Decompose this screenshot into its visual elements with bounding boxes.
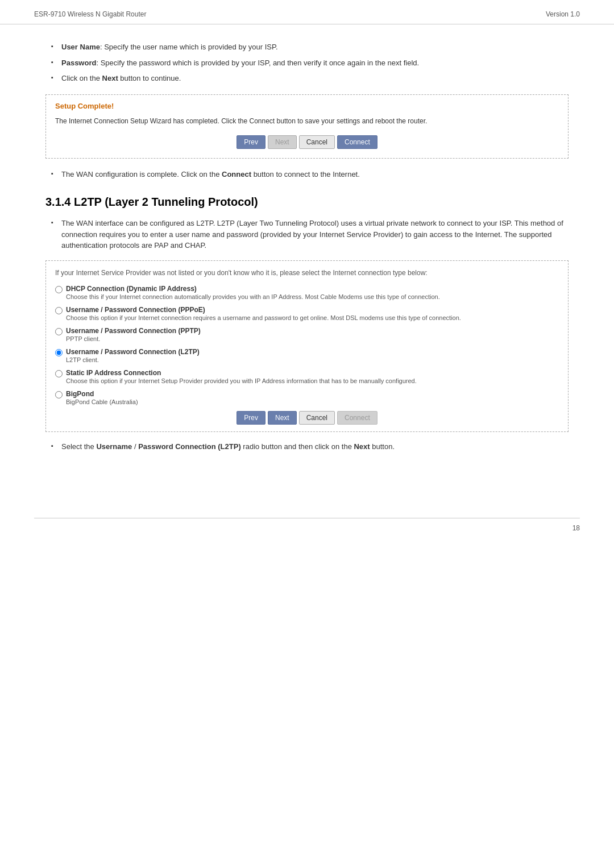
radio-static-label[interactable]: Static IP Address Connection Choose this… — [66, 369, 417, 384]
radio-l2tp-sub: L2TP client. — [66, 356, 200, 363]
bullet-username-bold2: Username — [96, 442, 132, 451]
radio-dhcp-label-bold: DHCP Connection (Dynamic IP Address) — [66, 285, 197, 293]
bullet-username-bold: User Name — [61, 43, 100, 51]
radio-dhcp-label[interactable]: DHCP Connection (Dynamic IP Address) Cho… — [66, 285, 440, 300]
radio-pppoe-label[interactable]: Username / Password Connection (PPPoE) C… — [66, 306, 461, 321]
bullet-username: User Name: Specify the user name which i… — [51, 41, 569, 53]
radio-option-pptp: Username / Password Connection (PPTP) PP… — [55, 327, 559, 342]
setup-complete-desc: The Internet Connection Setup Wizard has… — [55, 116, 559, 126]
bullet-password: Password: Specify the password which is … — [51, 57, 569, 69]
setup-connect-button[interactable]: Connect — [337, 135, 377, 149]
bullet-click-next-text: Click on the Next button to continue. — [61, 74, 181, 82]
radio-pptp[interactable] — [55, 328, 63, 335]
radio-option-dhcp: DHCP Connection (Dynamic IP Address) Cho… — [55, 285, 559, 300]
radio-l2tp-label-bold: Username / Password Connection (L2TP) — [66, 348, 200, 356]
top-bullet-list: User Name: Specify the user name which i… — [45, 41, 569, 84]
setup-next-button[interactable]: Next — [268, 135, 297, 149]
bullet-wan-text: The WAN configuration is complete. Click… — [61, 170, 360, 178]
connection-next-button[interactable]: Next — [268, 411, 297, 425]
connection-box-header: If your Internet Service Provider was no… — [55, 268, 559, 278]
bullet-password-conn-bold: Password Connection (L2TP) — [138, 442, 241, 451]
radio-pppoe-label-bold: Username / Password Connection (PPPoE) — [66, 306, 205, 314]
setup-complete-buttons: Prev Next Cancel Connect — [55, 135, 559, 149]
bottom-bullet-list: Select the Username / Password Connectio… — [45, 441, 569, 452]
footer-page-number: 18 — [0, 524, 614, 532]
radio-pptp-label[interactable]: Username / Password Connection (PPTP) PP… — [66, 327, 201, 342]
radio-pptp-sub: PPTP client. — [66, 335, 201, 342]
setup-cancel-button[interactable]: Cancel — [299, 135, 335, 149]
connection-prev-button[interactable]: Prev — [237, 411, 265, 425]
radio-option-l2tp: Username / Password Connection (L2TP) L2… — [55, 348, 559, 363]
radio-dhcp[interactable] — [55, 286, 63, 293]
radio-l2tp-label[interactable]: Username / Password Connection (L2TP) L2… — [66, 348, 200, 363]
bullet-password-text: : Specify the password which is provided… — [96, 59, 419, 67]
bullet-wan-config: The WAN configuration is complete. Click… — [51, 169, 569, 180]
radio-option-bigpond: BigPond BigPond Cable (Australia) — [55, 390, 559, 405]
bullet-click-next: Click on the Next button to continue. — [51, 73, 569, 84]
header-left: ESR-9710 Wireless N Gigabit Router — [34, 10, 146, 18]
header-right: Version 1.0 — [546, 10, 580, 18]
section-heading: 3.1.4 L2TP (Layer 2 Tunneling Protocol) — [45, 196, 569, 209]
bullet-next-bold2: Next — [354, 442, 370, 451]
radio-static[interactable] — [55, 370, 63, 377]
radio-bigpond-label-bold: BigPond — [66, 390, 94, 398]
setup-complete-box: Setup Complete! The Internet Connection … — [45, 94, 569, 159]
page-wrapper: ESR-9710 Wireless N Gigabit Router Versi… — [0, 0, 614, 868]
bullet-username-text: : Specify the user name which is provide… — [100, 43, 278, 51]
connection-cancel-button[interactable]: Cancel — [299, 411, 335, 425]
radio-l2tp[interactable] — [55, 349, 63, 356]
post-setup-bullet-list: The WAN configuration is complete. Click… — [45, 169, 569, 180]
radio-static-label-bold: Static IP Address Connection — [66, 369, 161, 377]
connection-connect-button[interactable]: Connect — [337, 411, 377, 425]
section-body-text: The WAN interface can be configured as L… — [61, 219, 563, 250]
setup-prev-button[interactable]: Prev — [237, 135, 265, 149]
radio-bigpond-label[interactable]: BigPond BigPond Cable (Australia) — [66, 390, 138, 405]
page-content: User Name: Specify the user name which i… — [0, 24, 614, 495]
radio-dhcp-sub: Choose this if your Internet connection … — [66, 293, 440, 300]
page-header: ESR-9710 Wireless N Gigabit Router Versi… — [0, 0, 614, 24]
bullet-select-l2tp: Select the Username / Password Connectio… — [51, 441, 569, 452]
radio-bigpond-sub: BigPond Cable (Australia) — [66, 398, 138, 405]
connection-box-buttons: Prev Next Cancel Connect — [55, 411, 559, 425]
section-body-list: The WAN interface can be configured as L… — [45, 218, 569, 251]
bullet-select-l2tp-text: Select the Username / Password Connectio… — [61, 442, 395, 451]
radio-pppoe-sub: Choose this option if your Internet conn… — [66, 314, 461, 321]
bullet-connect-bold: Connect — [222, 170, 251, 178]
radio-pppoe[interactable] — [55, 307, 63, 314]
section-body-bullet: The WAN interface can be configured as L… — [51, 218, 569, 251]
footer-line — [34, 518, 580, 524]
radio-static-sub: Choose this option if your Internet Setu… — [66, 377, 417, 384]
radio-bigpond[interactable] — [55, 391, 63, 398]
radio-pptp-label-bold: Username / Password Connection (PPTP) — [66, 327, 201, 335]
setup-complete-title: Setup Complete! — [55, 102, 559, 110]
radio-option-static: Static IP Address Connection Choose this… — [55, 369, 559, 384]
bullet-next-bold: Next — [102, 74, 118, 82]
connection-box: If your Internet Service Provider was no… — [45, 260, 569, 432]
radio-option-pppoe: Username / Password Connection (PPPoE) C… — [55, 306, 559, 321]
bullet-password-bold: Password — [61, 59, 96, 67]
